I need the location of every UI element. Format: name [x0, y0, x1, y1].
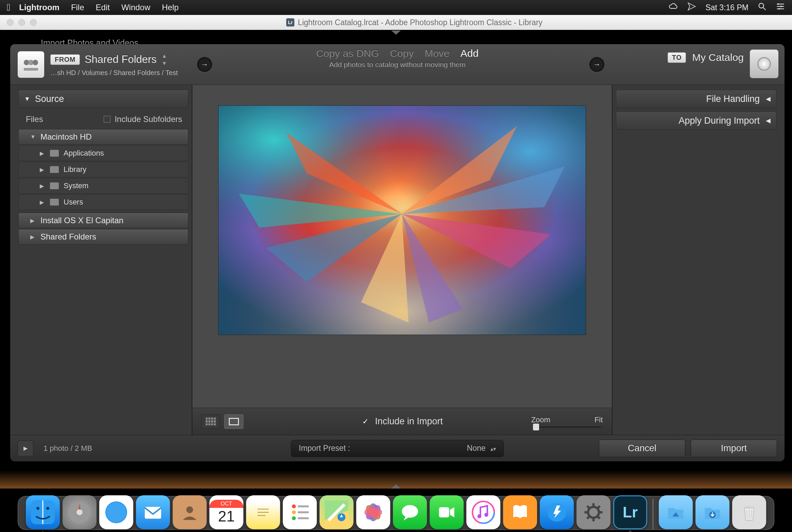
collapse-indicator-top[interactable] [391, 31, 401, 35]
checkmark-icon: ✓ [361, 418, 369, 426]
grid-view-button[interactable] [201, 414, 220, 429]
tree-folder-applications[interactable]: ▶Applications [18, 145, 188, 161]
dock-notes[interactable] [246, 495, 280, 529]
files-tab[interactable]: Files [26, 114, 43, 124]
svg-rect-11 [24, 68, 38, 71]
tree-folder-users[interactable]: ▶Users [18, 194, 188, 210]
apply-during-import-panel-header[interactable]: Apply During Import ◀ [616, 111, 776, 130]
loupe-view-button[interactable] [224, 414, 243, 429]
dock-ibooks[interactable] [503, 495, 537, 529]
dock-maps[interactable] [320, 495, 354, 529]
dock-safari[interactable] [99, 495, 133, 529]
apple-menu-icon[interactable]:  [7, 2, 10, 13]
zoom-label: Zoom [531, 415, 550, 424]
collapse-triangle-icon: ◀ [766, 95, 771, 103]
dock-facetime[interactable] [430, 495, 464, 529]
photo-thumbnail[interactable] [218, 105, 586, 335]
creative-cloud-icon[interactable] [669, 2, 678, 13]
zoom-slider-thumb[interactable] [533, 424, 539, 430]
dock-itunes[interactable] [466, 495, 500, 529]
grid-icon [206, 418, 216, 426]
tree-volume-shared-folders[interactable]: ▶Shared Folders [18, 229, 188, 245]
dock-appstore[interactable] [540, 495, 574, 529]
expand-triangle-icon: ▼ [30, 134, 36, 140]
zoom-slider[interactable] [533, 426, 601, 428]
folder-icon [50, 150, 59, 157]
import-op-copy[interactable]: Copy [390, 48, 414, 59]
svg-point-30 [292, 510, 296, 514]
menu-file[interactable]: File [71, 3, 84, 12]
traffic-light-close[interactable] [7, 19, 14, 26]
menu-edit[interactable]: Edit [96, 3, 110, 12]
dock-lightroom[interactable]: Lr [613, 495, 647, 529]
preview-panel: ✓ Include in Import ZoomFit [192, 85, 613, 435]
svg-point-5 [777, 3, 779, 5]
dock-folder-1[interactable] [659, 495, 693, 529]
source-drive-icon[interactable] [18, 51, 44, 78]
collapse-indicator-bottom[interactable] [391, 484, 401, 489]
menu-help[interactable]: Help [162, 3, 178, 12]
svg-point-22 [106, 502, 126, 522]
app-menu[interactable]: Lightroom [19, 3, 59, 12]
dock-contacts[interactable] [173, 495, 207, 529]
svg-rect-23 [145, 507, 161, 519]
svg-rect-29 [298, 506, 309, 508]
source-panel: ▼ Source Files Include Subfolders ▼ Maci… [10, 85, 192, 435]
macos-dock: OCT21 Lr [18, 489, 774, 532]
import-op-move[interactable]: Move [425, 48, 449, 59]
tree-volume-install-osx[interactable]: ▶Install OS X El Capitan [18, 213, 188, 228]
minimize-import-button[interactable]: ▶ [18, 441, 33, 456]
source-panel-header[interactable]: ▼ Source [18, 90, 188, 108]
folder-icon [50, 166, 59, 173]
from-path-breadcrumb[interactable]: …sh HD / Volumes / Shared Folders / Test [50, 69, 178, 77]
dock-photos[interactable] [356, 495, 390, 529]
window-title: Lightroom Catalog.lrcat - Adobe Photosho… [298, 18, 543, 27]
dock-downloads[interactable] [695, 495, 729, 529]
svg-point-10 [33, 60, 38, 65]
svg-line-58 [587, 516, 590, 519]
nav-forward-1[interactable]: → [197, 57, 212, 72]
svg-point-32 [292, 516, 296, 520]
dock-calendar[interactable]: OCT21 [209, 495, 243, 529]
from-dropdown-arrows-icon[interactable]: ▴▾ [163, 52, 166, 67]
dropdown-arrows-icon: ▴▾ [489, 446, 496, 452]
nav-forward-2[interactable]: → [589, 57, 604, 72]
import-preset-dropdown[interactable]: Import Preset : None ▴▾ [291, 440, 504, 457]
import-button[interactable]: Import [691, 440, 777, 457]
spotlight-icon[interactable] [757, 2, 767, 13]
menu-window[interactable]: Window [121, 3, 150, 12]
svg-rect-44 [439, 507, 449, 517]
tree-folder-library[interactable]: ▶Library [18, 162, 188, 177]
tree-folder-system[interactable]: ▶System [18, 178, 188, 194]
import-op-copy-dng[interactable]: Copy as DNG [316, 48, 379, 59]
svg-line-57 [597, 506, 600, 509]
fit-label[interactable]: Fit [595, 415, 603, 424]
svg-point-0 [759, 3, 764, 8]
dock-system-preferences[interactable] [576, 495, 610, 529]
cancel-button[interactable]: Cancel [599, 440, 685, 457]
file-handling-panel-header[interactable]: File Handling ◀ [616, 90, 776, 108]
from-source-dropdown[interactable]: Shared Folders [85, 53, 157, 66]
dock-finder[interactable] [26, 495, 60, 529]
dock-reminders[interactable] [283, 495, 317, 529]
import-op-add[interactable]: Add [461, 48, 479, 59]
dock-trash[interactable] [732, 495, 766, 529]
dock-mail[interactable] [136, 495, 170, 529]
include-in-import-toggle[interactable]: ✓ Include in Import [361, 416, 443, 427]
dock-messages[interactable] [393, 495, 427, 529]
traffic-light-zoom[interactable] [30, 19, 37, 26]
destination-drive-icon[interactable] [750, 50, 778, 78]
traffic-light-minimize[interactable] [18, 19, 25, 26]
tree-volume-macintosh-hd[interactable]: ▼ Macintosh HD [18, 129, 188, 145]
menubar-clock[interactable]: Sat 3:16 PM [705, 3, 748, 12]
include-subfolders-checkbox[interactable]: Include Subfolders [104, 114, 182, 124]
svg-point-47 [478, 514, 482, 518]
dock-launchpad[interactable] [63, 495, 97, 529]
svg-point-43 [402, 505, 418, 518]
to-destination-dropdown[interactable]: My Catalog [692, 52, 744, 63]
control-center-icon[interactable] [776, 2, 785, 13]
folder-icon [50, 182, 59, 189]
notification-icon[interactable] [687, 2, 696, 13]
file-handling-title: File Handling [706, 94, 760, 104]
import-op-description: Add photos to catalog without moving the… [329, 60, 466, 69]
